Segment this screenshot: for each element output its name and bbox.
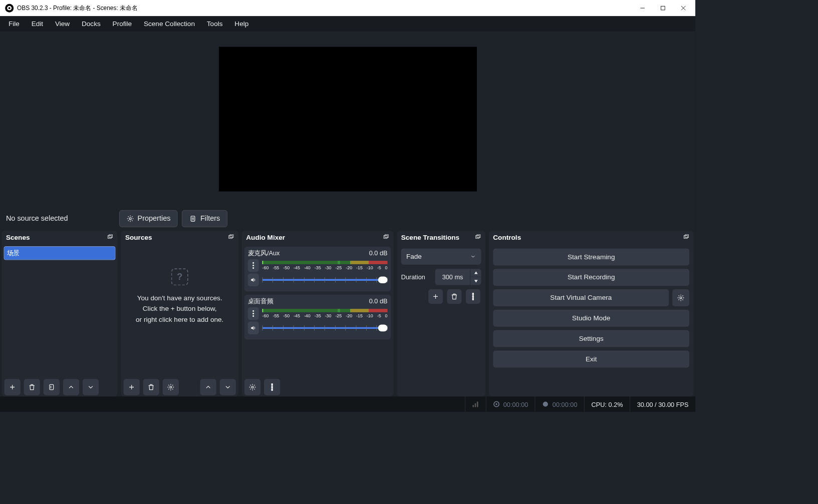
transition-select[interactable]: Fade: [401, 248, 481, 264]
svg-rect-22: [385, 235, 388, 238]
mixer-menu-button[interactable]: [264, 379, 280, 395]
menu-scene-collection[interactable]: Scene Collection: [138, 18, 201, 31]
preview-canvas[interactable]: [218, 47, 476, 192]
menu-docks[interactable]: Docks: [76, 18, 107, 31]
transition-current: Fade: [406, 253, 422, 260]
tick: -35: [315, 313, 321, 318]
source-remove-button[interactable]: [143, 379, 159, 395]
scene-remove-button[interactable]: [24, 379, 40, 395]
status-record-time: 00:00:00: [535, 396, 584, 412]
sources-list[interactable]: ? You don't have any sources. Click the …: [121, 245, 238, 378]
audio-meter: -60-55-50-45-40-35-30-25-20-15-10-50: [262, 261, 388, 270]
svg-point-27: [252, 313, 254, 314]
mixer-channel-menu-button[interactable]: [248, 259, 259, 272]
menu-profile[interactable]: Profile: [107, 18, 138, 31]
tick: -50: [283, 265, 290, 270]
duration-label: Duration: [401, 273, 432, 280]
sources-empty-line3: or right click here to add one.: [121, 314, 238, 325]
mute-button[interactable]: [248, 322, 259, 335]
scene-name-input[interactable]: [7, 250, 113, 257]
transition-properties-button[interactable]: [466, 289, 480, 304]
controls-popout-icon[interactable]: [683, 234, 690, 242]
chevron-down-icon: [470, 254, 476, 260]
scene-item[interactable]: [5, 247, 115, 260]
mixer-popout-icon[interactable]: [382, 234, 389, 242]
tick: -40: [304, 313, 311, 318]
tick: -50: [283, 313, 290, 318]
sources-popout-icon[interactable]: [227, 234, 234, 242]
duration-down-button[interactable]: [470, 277, 481, 285]
transitions-popout-icon[interactable]: [474, 234, 481, 242]
svg-rect-43: [685, 235, 689, 238]
transition-add-button[interactable]: [428, 289, 443, 304]
scene-add-button[interactable]: [5, 379, 21, 395]
slider-thumb[interactable]: [378, 277, 388, 284]
fps-value: 30.00 / 30.00 FPS: [637, 400, 689, 407]
duration-up-button[interactable]: [470, 269, 481, 277]
studio-mode-button[interactable]: Studio Mode: [493, 310, 689, 327]
svg-rect-11: [109, 235, 113, 238]
tick: -10: [367, 265, 373, 270]
gear-icon: [126, 215, 134, 222]
svg-point-32: [271, 389, 272, 390]
tick: -55: [272, 313, 279, 318]
svg-rect-34: [477, 235, 480, 238]
sources-empty-line1: You don't have any sources.: [121, 293, 238, 304]
scene-move-down-button[interactable]: [83, 379, 99, 395]
slider-thumb[interactable]: [378, 325, 388, 332]
svg-point-49: [495, 403, 497, 405]
mixer-channel-menu-button[interactable]: [248, 307, 259, 320]
controls-title: Controls: [493, 234, 521, 242]
scene-filter-button[interactable]: [44, 379, 60, 395]
source-move-down-button[interactable]: [220, 379, 236, 395]
mixer-advanced-button[interactable]: [244, 379, 260, 395]
menu-help[interactable]: Help: [228, 18, 254, 31]
mute-button[interactable]: [248, 274, 259, 287]
volume-slider[interactable]: [262, 276, 388, 284]
controls-dock: Controls Start Streaming Start Recording…: [489, 231, 694, 397]
preview-area: [0, 32, 695, 207]
mixer-title: Audio Mixer: [246, 234, 285, 242]
exit-button[interactable]: Exit: [493, 350, 689, 367]
svg-point-20: [170, 386, 172, 388]
properties-label: Properties: [138, 214, 171, 223]
tick: -35: [315, 265, 321, 270]
virtual-camera-settings-button[interactable]: [672, 289, 689, 306]
svg-point-44: [680, 297, 682, 299]
transition-remove-button[interactable]: [447, 289, 462, 304]
filters-button[interactable]: Filters: [182, 210, 227, 227]
source-add-button[interactable]: [124, 379, 140, 395]
window-minimize-button[interactable]: [632, 0, 653, 16]
tick: -15: [356, 313, 363, 318]
svg-point-24: [252, 265, 254, 266]
stream-time-value: 00:00:00: [503, 400, 528, 407]
duration-value: 300 ms: [435, 269, 470, 285]
tick: -60: [262, 313, 269, 318]
svg-point-40: [472, 296, 474, 297]
scenes-popout-icon[interactable]: [107, 234, 114, 242]
svg-rect-21: [384, 236, 387, 239]
start-virtual-camera-button[interactable]: Start Virtual Camera: [493, 289, 669, 306]
start-streaming-button[interactable]: Start Streaming: [493, 248, 689, 265]
settings-button[interactable]: Settings: [493, 330, 689, 347]
svg-point-28: [252, 315, 254, 317]
status-cpu: CPU: 0.2%: [584, 396, 630, 412]
menu-edit[interactable]: Edit: [26, 18, 49, 31]
sources-empty-state: ? You don't have any sources. Click the …: [121, 268, 238, 325]
duration-spinner[interactable]: 300 ms: [435, 269, 481, 285]
properties-button[interactable]: Properties: [119, 210, 178, 227]
source-move-up-button[interactable]: [200, 379, 216, 395]
svg-point-30: [271, 384, 272, 385]
menubar: File Edit View Docks Profile Scene Colle…: [0, 16, 695, 32]
menu-file[interactable]: File: [3, 18, 26, 31]
tick: -25: [335, 265, 342, 270]
menu-view[interactable]: View: [49, 18, 76, 31]
window-close-button[interactable]: [673, 0, 694, 16]
window-maximize-button[interactable]: [653, 0, 673, 16]
tick: -5: [377, 313, 381, 318]
start-recording-button[interactable]: Start Recording: [493, 269, 689, 286]
source-properties-button[interactable]: [163, 379, 179, 395]
menu-tools[interactable]: Tools: [201, 18, 229, 31]
volume-slider[interactable]: [262, 324, 388, 332]
scene-move-up-button[interactable]: [63, 379, 79, 395]
